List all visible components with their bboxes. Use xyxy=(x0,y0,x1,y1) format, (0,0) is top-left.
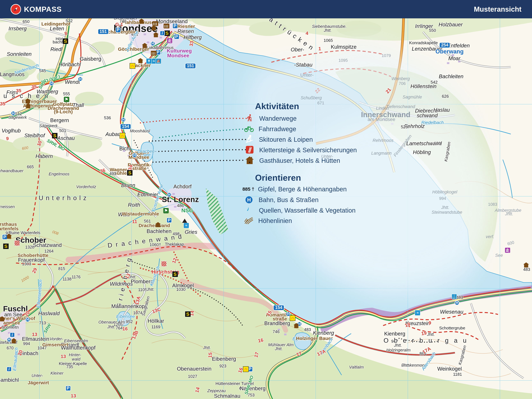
bus-stop-h-icon[interactable]: H xyxy=(49,81,54,86)
map-label: Mooshäusl xyxy=(130,129,150,133)
map-label: Jhtt. xyxy=(505,212,513,216)
bus-stop-h-icon[interactable]: H xyxy=(11,111,16,116)
map-label: 735 xyxy=(66,365,73,369)
road-shield[interactable]: 254 xyxy=(439,42,450,48)
map-label: NSG xyxy=(181,208,193,213)
parking-icon[interactable]: P xyxy=(65,386,71,391)
map-label: 746 xyxy=(273,329,279,334)
map-label: 1079 xyxy=(382,53,391,58)
map-label: 665 xyxy=(27,165,34,169)
map-label: mmeissen xyxy=(0,205,15,209)
map-label: 923 xyxy=(220,364,226,368)
map-label: (9-Loch) xyxy=(54,109,73,114)
route-number: 13 xyxy=(71,393,76,398)
map-label: Eibenberg xyxy=(212,356,236,361)
bus-stop-s-icon[interactable]: S xyxy=(3,244,9,249)
map-label: Weinberg xyxy=(391,76,410,81)
map-label: Unter- xyxy=(32,374,43,378)
map-label: Bergern xyxy=(50,117,69,123)
map-label: Riesner xyxy=(177,24,195,29)
golf-icon[interactable]: ⚑ xyxy=(163,208,169,213)
kompass-logo-icon xyxy=(11,4,21,14)
map-label: 550 xyxy=(429,28,436,32)
map-label: 706 xyxy=(399,81,405,86)
road-shield[interactable]: 151 xyxy=(98,29,109,34)
map-label: Holzinger Bauer xyxy=(296,336,333,341)
info-icon[interactable]: i xyxy=(160,31,165,36)
map-label: Zeppezau xyxy=(207,389,226,393)
map-label: Unter- xyxy=(321,154,333,159)
map-label: Mondseeland xyxy=(156,19,188,24)
road-shield[interactable]: 154 xyxy=(273,305,284,310)
bus-stop-s-icon[interactable]: S xyxy=(52,133,57,138)
bus-stop-h-icon[interactable]: H xyxy=(132,153,137,158)
map-label: Roith xyxy=(128,202,140,207)
road-shield[interactable]: 151 xyxy=(185,63,196,69)
harbour-icon[interactable]: ⚓ xyxy=(452,294,457,299)
map-label: Konradskapelle xyxy=(409,41,438,45)
map-label: Nasenberg xyxy=(240,386,266,391)
bus-stop-s-icon[interactable]: S xyxy=(185,311,190,317)
map-label: -Stabau xyxy=(294,62,312,67)
bus-stop-s-icon[interactable]: S xyxy=(127,170,133,176)
surfing-icon[interactable]: ↟ xyxy=(146,58,152,64)
map-canvas[interactable]: Mondsee483PfahlbaumuseumMondseelandRiesn… xyxy=(0,0,532,399)
bus-stop-s-icon[interactable]: S xyxy=(172,272,178,277)
bus-stop-h-icon[interactable]: H xyxy=(167,192,171,197)
map-label: Riesen xyxy=(177,29,194,34)
map-label: Riedl xyxy=(51,46,62,52)
map-label: 555 xyxy=(63,92,70,96)
parking-icon[interactable]: P xyxy=(172,23,178,29)
sailing-icon[interactable]: ⛵ xyxy=(156,58,161,64)
hiking-trailhead-icon[interactable]: 走 xyxy=(167,38,172,44)
map-label: Jhtt. xyxy=(441,205,449,210)
swimming-icon[interactable]: ≈ xyxy=(415,310,420,316)
parking-icon[interactable]: P xyxy=(115,27,121,33)
bus-stop-h-icon[interactable]: H xyxy=(25,317,30,322)
map-label: Haslwald xyxy=(38,310,60,316)
bus-stop-s-icon[interactable]: S xyxy=(63,38,68,44)
post-bus-icon[interactable]: ∩ xyxy=(120,133,125,139)
klettersteig-icon[interactable] xyxy=(161,261,167,267)
museum-icon[interactable] xyxy=(164,24,169,28)
info-icon[interactable]: i xyxy=(6,367,12,372)
map-label: Steinwandstube xyxy=(432,210,462,215)
campsite-icon[interactable] xyxy=(182,219,187,223)
map-label: Moar xyxy=(448,56,460,61)
parking-icon[interactable]: P xyxy=(2,234,7,240)
bus-stop-h-icon[interactable]: H xyxy=(7,337,12,342)
route-number: 13 xyxy=(32,332,37,337)
hiking-trailhead-icon[interactable]: 走 xyxy=(505,247,510,253)
map-label: Obenauer Alm xyxy=(98,320,125,324)
map-label: Tiefenschwand xyxy=(386,104,415,109)
post-bus-icon[interactable]: ∩ xyxy=(243,366,249,372)
map-label: Höllkar xyxy=(148,318,164,323)
road-shield[interactable]: 154 xyxy=(120,124,131,129)
bus-stop-h-icon[interactable]: H xyxy=(150,41,155,46)
bus-stop-h-icon[interactable]: H xyxy=(78,77,83,81)
map-label: verf. xyxy=(486,234,494,239)
bus-stop-s-icon[interactable]: S xyxy=(165,31,170,36)
parking-icon[interactable]: P xyxy=(166,217,172,223)
map-label: Mondsee xyxy=(167,53,189,58)
map-label: Engelmoos xyxy=(49,172,70,176)
map-label: Wiesenau xyxy=(440,309,463,314)
map-label: Schwandbauer xyxy=(0,169,24,173)
map-label: straße xyxy=(132,166,146,171)
map-label: Jhtt. xyxy=(427,332,435,336)
info-icon[interactable]: i xyxy=(10,332,15,337)
bus-stop-h-icon[interactable]: H xyxy=(455,301,459,305)
museum-icon[interactable] xyxy=(152,21,158,26)
swimming-icon[interactable]: ≈ xyxy=(184,223,189,228)
post-bus-icon[interactable]: ∩ xyxy=(130,63,135,69)
post-bus-icon[interactable]: ∩ xyxy=(290,315,295,321)
map-label: Hinter- xyxy=(69,353,81,357)
parking-icon[interactable]: P xyxy=(174,34,179,39)
klettersteig-icon[interactable] xyxy=(14,240,20,246)
bus-stop-h-icon[interactable]: H xyxy=(121,117,126,122)
map-label: Bambichl xyxy=(0,377,19,383)
museum-icon[interactable] xyxy=(151,51,157,56)
map-label: 522 xyxy=(66,19,73,23)
kompass-brand[interactable]: KOMPASS xyxy=(11,4,62,14)
golf-icon[interactable]: ⚑ xyxy=(64,97,69,102)
